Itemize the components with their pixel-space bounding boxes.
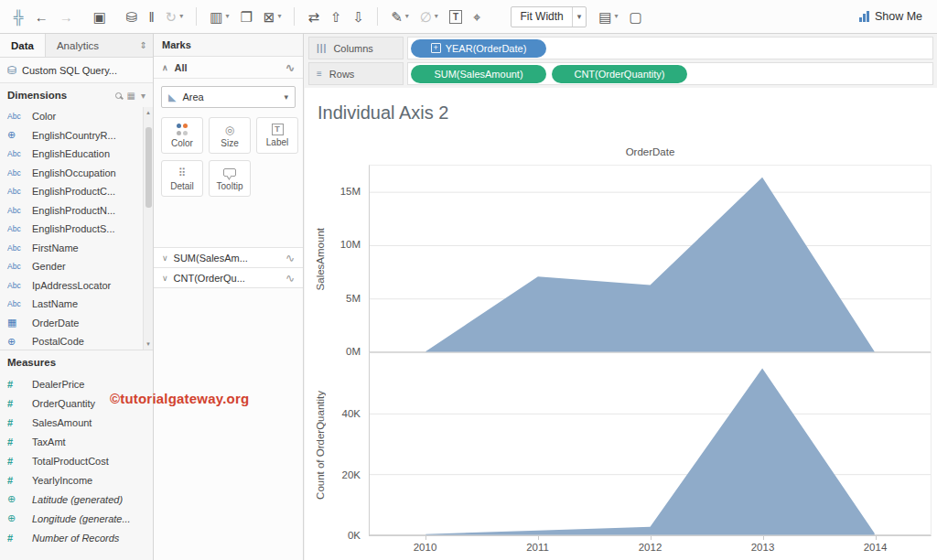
field-row[interactable]: AbcGender — [0, 257, 142, 276]
fix-axes-icon: ⌖ — [473, 10, 480, 24]
scroll-down-icon[interactable]: ▾ — [146, 340, 150, 348]
chevron-down-icon[interactable]: ▾ — [572, 7, 587, 27]
y-axis-label[interactable]: Count of OrderQuantity — [312, 353, 328, 536]
marks-pane: Marks ∧ All ∿ ◣ Area ▾ Color◎SizeTLabel … — [154, 34, 304, 560]
marks-field-row[interactable]: ∨SUM(SalesAm...∿ — [154, 247, 303, 268]
field-row[interactable]: AbcIpAddressLocator — [0, 276, 142, 296]
y-axis-label[interactable]: SalesAmount — [312, 165, 328, 353]
swap-rows-columns-icon[interactable]: ⇄ — [303, 7, 324, 27]
field-row[interactable]: #TaxAmt — [0, 432, 153, 451]
save-icon[interactable]: ▣ — [89, 7, 111, 27]
toolbar-separator — [196, 7, 197, 26]
marks-field-row[interactable]: ∨CNT(OrderQu...∿ — [154, 267, 303, 288]
field-row[interactable]: ▦OrderDate — [0, 314, 142, 333]
field-label: EnglishEducation — [32, 148, 110, 159]
rows-label: Rows — [329, 69, 355, 80]
find-field-icon[interactable] — [115, 92, 122, 99]
field-row[interactable]: #TotalProductCost — [0, 451, 153, 470]
pill-cnt-orderquantity[interactable]: CNT(OrderQuantity) — [552, 65, 687, 83]
field-row[interactable]: AbcEnglishProductN... — [0, 201, 142, 221]
show-me-button[interactable]: Show Me — [859, 10, 928, 23]
mark-type-dropdown[interactable]: ◣ Area ▾ — [161, 86, 296, 108]
toolbar: ╬←→▣⛁‖↻▾▥▾❐⊠▾⇄⇧⇩✎▾∅▾T⌖ Fit Width ▾ ▤▾▢ S… — [0, 0, 937, 34]
presentation-mode-icon: ▢ — [630, 10, 642, 24]
sort-ascending-icon[interactable]: ⇧ — [326, 7, 347, 27]
field-row[interactable]: AbcEnglishOccupation — [0, 164, 142, 183]
collapse-icon[interactable]: ∧ — [162, 63, 168, 72]
field-row[interactable]: ⊕PostalCode — [0, 332, 142, 350]
area-chart-icon: ◣ — [168, 92, 176, 103]
scroll-thumb[interactable] — [145, 127, 152, 208]
hash-icon: # — [7, 398, 27, 409]
field-row[interactable]: ⊕EnglishCountryR... — [0, 126, 142, 145]
marks-all-row[interactable]: ∧ All ∿ — [154, 57, 303, 79]
field-label: EnglishProductS... — [32, 223, 115, 234]
columns-shelf[interactable]: +YEAR(OrderDate) — [407, 37, 933, 59]
plot-area[interactable] — [369, 353, 932, 536]
y-tick-label: 40K — [342, 407, 361, 420]
tab-data[interactable]: Data — [0, 34, 46, 57]
detail-button[interactable]: ⠿Detail — [161, 160, 203, 197]
pill-year-orderdate[interactable]: +YEAR(OrderDate) — [411, 39, 546, 58]
clear-sheet-icon[interactable]: ⊠▾ — [259, 7, 286, 27]
tooltip-button[interactable]: Tooltip — [209, 160, 251, 197]
tab-analytics[interactable]: Analytics — [46, 34, 110, 57]
rows-shelf-label: ≡ Rows — [308, 62, 404, 85]
redo-icon[interactable]: → — [55, 7, 78, 27]
chevron-down-icon: ▾ — [277, 13, 281, 20]
expand-icon[interactable]: ∨ — [162, 274, 168, 283]
area-mark[interactable] — [425, 178, 874, 352]
highlight-icon: ✎ — [391, 10, 403, 24]
pill-sum-salesamount[interactable]: SUM(SalesAmount) — [411, 65, 546, 83]
rows-shelf[interactable]: SUM(SalesAmount)CNT(OrderQuantity) — [407, 62, 933, 85]
field-row[interactable]: AbcEnglishProductS... — [0, 220, 142, 239]
area-sparkline-icon: ∿ — [285, 61, 295, 74]
pill-label: SUM(SalesAmount) — [434, 69, 522, 80]
field-row[interactable]: AbcColor — [0, 107, 142, 126]
undo-icon[interactable]: ← — [30, 7, 53, 27]
sort-descending-icon[interactable]: ⇩ — [349, 7, 370, 27]
field-row[interactable]: #SalesAmount — [0, 413, 153, 432]
field-row[interactable]: AbcLastName — [0, 295, 142, 314]
pause-updates-icon[interactable]: ‖ — [144, 7, 158, 27]
scroll-up-icon[interactable]: ▴ — [146, 109, 150, 116]
size-button[interactable]: ◎Size — [209, 117, 251, 154]
abc-icon: Abc — [7, 168, 27, 178]
y-axis-ticks[interactable]: 0K20K40K — [328, 353, 369, 536]
field-row[interactable]: ⊕Longitude (generate... — [0, 509, 153, 528]
field-row[interactable]: #OrderQuantity — [0, 393, 153, 413]
add-data-source-icon[interactable]: ⛁ — [122, 7, 143, 27]
field-row[interactable]: AbcFirstName — [0, 239, 142, 258]
auto-updates-icon[interactable]: ↻▾ — [161, 7, 188, 27]
chevron-down-icon[interactable]: ▾ — [141, 91, 145, 101]
presentation-mode-icon[interactable]: ▢ — [625, 7, 647, 27]
expand-hierarchy-icon[interactable]: + — [431, 43, 441, 53]
fix-axes-icon[interactable]: ⌖ — [468, 7, 485, 27]
view-data-icon[interactable]: ▦ — [127, 91, 135, 101]
pane-options-icon[interactable]: ⇕ — [135, 34, 153, 57]
field-row[interactable]: AbcEnglishProductC... — [0, 182, 142, 201]
field-row[interactable]: AbcEnglishEducation — [0, 145, 142, 164]
area-mark[interactable] — [425, 369, 874, 535]
show-mark-labels-icon[interactable]: T — [445, 7, 467, 27]
y-axis-ticks[interactable]: 0M5M10M15M — [328, 165, 369, 353]
field-row[interactable]: ⊕Latitude (generated) — [0, 490, 153, 509]
dimensions-scrollbar[interactable]: ▴ ▾ — [143, 107, 153, 350]
new-worksheet-icon[interactable]: ▥▾ — [205, 7, 233, 27]
data-source-row[interactable]: ⛁ Custom SQL Query... — [0, 58, 153, 83]
field-row[interactable]: #Number of Records — [0, 528, 153, 547]
x-axis[interactable]: 20102011201220132014 — [312, 536, 932, 560]
field-row[interactable]: #YearlyIncome — [0, 470, 153, 490]
fit-dropdown[interactable]: Fit Width ▾ — [511, 6, 587, 27]
highlight-icon[interactable]: ✎▾ — [386, 7, 414, 27]
expand-icon[interactable]: ∨ — [162, 253, 168, 263]
fit-axes-icon[interactable]: ▤▾ — [594, 7, 622, 27]
label-button[interactable]: TLabel — [256, 117, 298, 154]
duplicate-sheet-icon[interactable]: ❐ — [235, 7, 256, 27]
field-row[interactable]: #DealerPrice — [0, 374, 153, 393]
plot-area[interactable] — [369, 165, 932, 353]
sheet-title[interactable]: Individual Axis 2 — [305, 88, 937, 146]
color-button[interactable]: Color — [161, 117, 203, 154]
group-members-icon[interactable]: ∅▾ — [415, 7, 443, 27]
tableau-logo-icon[interactable]: ╬ — [9, 7, 28, 27]
